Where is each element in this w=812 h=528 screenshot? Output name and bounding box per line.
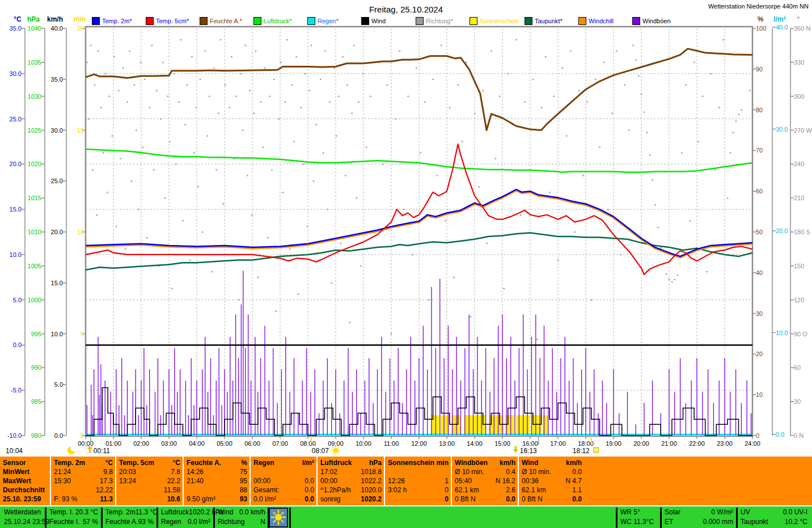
table-cell-label: 21:40 (187, 476, 204, 485)
wind-direction-dot (331, 282, 332, 284)
table-cell-label: 14:26 (187, 467, 204, 476)
sunshine-bar (464, 415, 485, 435)
table-cell-value: 0.0 (572, 495, 582, 504)
wind-direction-dot (255, 50, 256, 52)
wind-direction-dot (607, 209, 608, 210)
table-row: 12:261 (388, 476, 449, 485)
axis-tick-label: 25.0 (10, 116, 22, 123)
wind-direction-dot (391, 333, 392, 335)
table-row (388, 467, 449, 476)
table-row-labels-column: SensorMinWertMaxWertDurchschnitt25.10. 2… (0, 457, 50, 505)
wind-direction-dot (360, 265, 361, 267)
axis-tick-label: -10.0 (7, 432, 22, 439)
wind-direction-dot (416, 67, 417, 69)
wind-direction-dot (245, 45, 246, 46)
wind-direction-dot (138, 209, 139, 210)
wind-direction-dot (280, 62, 281, 63)
table-row: 11.58 (119, 485, 180, 495)
wind-direction-dot (508, 73, 509, 74)
wind-direction-dot (718, 107, 720, 108)
axis-tick-label: 11:00 (384, 440, 399, 447)
sunshine-bar (451, 415, 460, 435)
wind-direction-dot (487, 243, 488, 244)
wind-direction-dot (399, 50, 400, 52)
axis-tick-label: 980 (31, 432, 41, 439)
table-row: sonnig1020.2 (320, 495, 382, 504)
wind-direction-dot (144, 79, 145, 80)
wind-direction-dot (445, 220, 446, 221)
wind-direction-dot (94, 85, 95, 86)
status-line: Feuchte I.57 % (49, 517, 98, 527)
axis-tick-label: 16:00 (522, 440, 538, 447)
table-cell-label: 20:03 (119, 467, 136, 476)
wind-direction-dot (102, 152, 103, 153)
wind-direction-dot (358, 102, 359, 103)
status-value: 11.3 °C (136, 508, 158, 517)
table-row: 9.50 g/m³93 (187, 495, 247, 504)
table-cell-label: 05:40 (455, 476, 472, 485)
status-label: Temp. I. (49, 508, 74, 517)
wind-direction-dot (193, 152, 194, 153)
wind-direction-dot (122, 67, 124, 69)
wind-direction-dot (109, 96, 110, 97)
status-bar: Wetterdaten25.10.24 23:59Temp. I.20.3 °C… (0, 505, 812, 528)
status-value: 0.0 UV-I (783, 508, 807, 517)
wind-direction-dot (127, 102, 128, 103)
wind-direction-dot (407, 96, 408, 97)
table-cell-value: l/m² (302, 458, 314, 467)
status-line: Wind0.0 km/h (218, 508, 265, 517)
table-cell-label: Regen (253, 458, 274, 467)
table-cell-label: 17:02 (320, 467, 337, 476)
axis-tick-label: 70 (756, 147, 763, 154)
wind-direction-dot (212, 271, 213, 272)
wind-direction-dot (674, 279, 675, 280)
status-line: Taupunkt10.2 °C (741, 517, 807, 527)
axis-tick-label: 22:00 (689, 440, 705, 447)
table-column-temp-5cm: Temp. 5cm°C20:037.813:2422.211.5810.6 (115, 457, 184, 505)
table-row: 17:021018.8 (320, 467, 382, 476)
wind-direction-dot (200, 79, 201, 80)
axis-tick-label: 16:13 (520, 447, 537, 455)
status-label: Temp. 2m (105, 508, 136, 517)
wind-direction-dot (690, 220, 691, 221)
wind-direction-dot (223, 203, 224, 204)
table-cell-value: 1020.2 (361, 495, 382, 504)
table-cell-value: hPa (369, 458, 382, 467)
wind-direction-dot (649, 154, 650, 155)
axis-tick-label: 30.0 (51, 127, 63, 134)
wind-direction-dot (553, 96, 555, 97)
wind-direction-dot (129, 50, 130, 52)
table-cell-value: 95 (240, 476, 247, 485)
status-label: WR 5° (620, 508, 640, 517)
status-line: WC 11.3°C (620, 517, 657, 527)
wind-direction-dot (669, 279, 670, 280)
status-label: ET (665, 517, 673, 527)
table-cell-label: 3:02 h (388, 485, 407, 495)
table-cell-label: Feuchte A. (187, 458, 221, 467)
status-value: N (260, 517, 265, 527)
wind-direction-dot (225, 85, 226, 86)
table-cell-value: °C (173, 458, 180, 467)
wind-direction-dot (727, 197, 728, 198)
table-row: Temp. 2m°C (54, 458, 113, 467)
wind-direction-dot (289, 248, 290, 250)
status-label: Regen (161, 517, 181, 527)
wind-direction-dot (524, 102, 525, 103)
table-row: Ø 10 min.0.4 (455, 467, 515, 476)
table-cell-label: 00:00 (320, 476, 337, 485)
status-label: UV (741, 508, 750, 517)
table-cell-value: 17.3 (100, 476, 113, 485)
wind-direction-dot (197, 186, 198, 187)
table-cell-label: Sonnenschein (388, 458, 434, 467)
wind-direction-dot (356, 197, 357, 198)
status-value: 20.3 °C (75, 508, 98, 517)
table-row: 0 (388, 495, 449, 504)
wind-direction-dot (86, 62, 87, 63)
table-cell-label: 21:24 (54, 467, 71, 476)
table-column-feuchte-a-: Feuchte A.%14:267521:4095889.50 g/m³93 (183, 457, 251, 505)
wind-direction-dot (652, 179, 653, 180)
table-cell-label: 0.0 l/m² (253, 495, 276, 504)
wind-direction-dot (320, 79, 321, 80)
wind-direction-dot (153, 169, 154, 170)
axis-tick-label: 0.0 (54, 432, 63, 439)
